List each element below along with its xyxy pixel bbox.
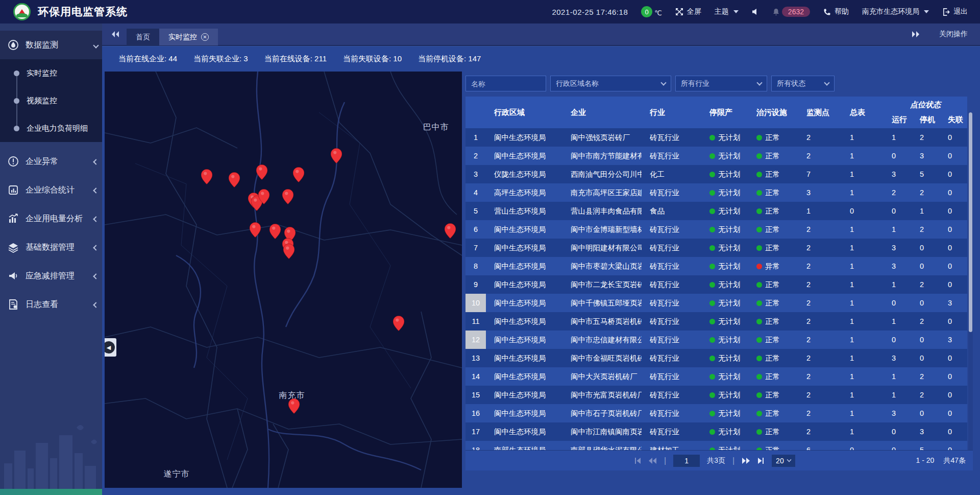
cell-running: 3 [884, 165, 912, 183]
next-page-button[interactable] [742, 457, 750, 464]
map-collapse-button[interactable]: ◀ [105, 338, 116, 357]
cell-facility-status: 正常 [748, 312, 798, 331]
table-row[interactable]: 11阆中生态环境局阆中市五马桥页岩机砖砖瓦行业无计划正常21120 [465, 312, 967, 331]
table-row[interactable]: 12阆中生态环境局阆中市忠信建材有限公砖瓦行业无计划正常21003 [465, 331, 967, 349]
cell-points: 3 [798, 183, 842, 202]
table-row[interactable]: 15阆中生态环境局阆中市光富页岩机砖厂砖瓦行业无计划正常21120 [465, 386, 967, 404]
table-row[interactable]: 4高坪生态环境局南充市高坪区王家店建砖瓦行业无计划正常31220 [465, 183, 967, 202]
table-scrollbar[interactable] [968, 112, 973, 470]
table-row[interactable]: 14阆中生态环境局阆中大兴页岩机砖厂砖瓦行业无计划正常21120 [465, 367, 967, 386]
cell-facility-status: 正常 [748, 349, 798, 367]
datetime: 2021-02-25 17:46:18 [552, 8, 628, 16]
map-pin-icon[interactable] [229, 172, 240, 187]
table-row[interactable]: 7阆中生态环境局阆中明阳建材有限公司砖瓦行业无计划正常21300 [465, 239, 967, 257]
cell-points: 2 [798, 422, 842, 441]
cell-points: 2 [798, 367, 842, 386]
filter-row: 行政区域名称 所有行业 所有状态 [465, 72, 973, 91]
cell-company: 南充市高坪区王家店建 [562, 183, 642, 202]
table-row[interactable]: 17阆中生态环境局阆中市江南镇阆南页岩砖瓦行业无计划正常21030 [465, 422, 967, 441]
status-dot-green [709, 374, 715, 380]
row-number: 12 [465, 331, 486, 349]
table-row[interactable]: 10阆中生态环境局阆中千佛镇五郎垭页岩砖瓦行业无计划正常21003 [465, 294, 967, 312]
notifications[interactable]: 2632 [772, 7, 810, 17]
page-size-select[interactable]: 20 [772, 455, 795, 467]
sidebar-item-视频监控[interactable]: 视频监控 [0, 87, 102, 114]
tab-实时监控[interactable]: 实时监控✕ [159, 29, 218, 45]
help-button[interactable]: 帮助 [823, 7, 849, 16]
table-row[interactable]: 6阆中生态环境局阆中市金博瑞新型墙材砖瓦行业无计划正常21120 [465, 220, 967, 239]
map-pin-icon[interactable] [393, 316, 404, 331]
map-pin-icon[interactable] [288, 398, 300, 414]
status-dot-green [709, 264, 715, 269]
sidebar-group-企业异常[interactable]: 企业异常 [0, 147, 102, 176]
map-pin-icon[interactable] [250, 222, 261, 238]
tab-首页[interactable]: 首页 [127, 29, 159, 45]
industry-filter-select[interactable]: 所有行业 [675, 76, 767, 91]
tab-close-icon[interactable]: ✕ [201, 33, 209, 41]
map-pin-icon[interactable] [331, 148, 342, 163]
scrollbar-thumb[interactable] [969, 112, 972, 332]
table-row[interactable]: 2阆中生态环境局阆中市南方节能建材有砖瓦行业无计划正常21030 [465, 147, 967, 165]
stat-当前停机设备: 当前停机设备: 147 [418, 54, 481, 64]
fullscreen-button[interactable]: 全屏 [675, 7, 701, 16]
map-panel[interactable]: 巴中市南充市遂宁市 ◀ [105, 72, 462, 488]
logout-button[interactable]: 退出 [942, 7, 968, 16]
table-row[interactable]: 16阆中生态环境局阆中市石子页岩机砖厂砖瓦行业无计划正常21300 [465, 404, 967, 422]
cell-stopped: 2 [912, 275, 940, 294]
cell-region: 仪陇生态环境局 [486, 165, 562, 183]
table-row[interactable]: 5营山生态环境局营山县润丰肉食品有限食品无计划正常10010 [465, 202, 967, 220]
map-pin-icon[interactable] [201, 169, 212, 184]
cell-offline: 0 [940, 275, 967, 294]
table-row[interactable]: 9阆中生态环境局阆中市二龙长宝页岩砖砖瓦行业无计划正常21120 [465, 275, 967, 294]
tab-scroll-left-button[interactable] [111, 31, 119, 38]
table-row[interactable]: 1阆中生态环境局阆中强锐页岩砖厂砖瓦行业无计划正常21120 [465, 128, 967, 147]
sidebar-item-企业电力负荷明细[interactable]: 企业电力负荷明细 [0, 114, 102, 142]
name-filter-field[interactable] [465, 76, 546, 91]
cell-stopped: 1 [912, 202, 940, 220]
cell-stopped: 3 [912, 422, 940, 441]
map-pin-icon[interactable] [282, 189, 293, 204]
map-city-label: 遂宁市 [164, 469, 190, 480]
table-row[interactable]: 13阆中生态环境局阆中市金福旺页岩机砖砖瓦行业无计划正常21300 [465, 349, 967, 367]
sidebar-group-基础数据管理[interactable]: 基础数据管理 [0, 233, 102, 262]
cell-running: 3 [884, 257, 912, 275]
table-row[interactable]: 8阆中生态环境局阆中市枣碧大梁山页岩砖瓦行业无计划异常21300 [465, 257, 967, 275]
map-pin-icon[interactable] [445, 223, 456, 239]
status-filter-select[interactable]: 所有状态 [771, 76, 835, 91]
double-chevron-right-icon[interactable] [912, 31, 920, 38]
close-operations-button[interactable]: 关闭操作 [939, 30, 968, 39]
sidebar-group-企业综合统计[interactable]: 企业综合统计 [0, 176, 102, 204]
tab-label: 首页 [136, 33, 150, 42]
mute-button[interactable] [752, 8, 759, 15]
sidebar-group-日志查看[interactable]: 日志查看 [0, 290, 102, 319]
page-number-input[interactable]: 1 [673, 455, 700, 467]
map-pin-icon[interactable] [283, 244, 295, 259]
org-menu-button[interactable]: 南充市生态环境局 [862, 7, 929, 16]
cell-company: 阆中市石子页岩机砖厂 [562, 404, 642, 422]
table-row[interactable]: 3仪陇生态环境局西南油气田分公司川中化工无计划正常71350 [465, 165, 967, 183]
prev-page-button[interactable] [648, 457, 657, 464]
sidebar-group-企业用电量分析[interactable]: 企业用电量分析 [0, 204, 102, 233]
sidebar-group-label: 应急减排管理 [26, 271, 75, 281]
sidebar-item-实时监控[interactable]: 实时监控 [0, 59, 102, 87]
table-row[interactable]: 18南部生态环境局南部县砌华水泥有限公建材加工无计划正常60050 [465, 441, 967, 451]
cell-limit-status: 无计划 [701, 165, 748, 183]
region-filter-select[interactable]: 行政区域名称 [550, 76, 671, 91]
name-filter-input[interactable] [471, 80, 541, 88]
cell-offline: 0 [940, 367, 967, 386]
cell-region: 阆中生态环境局 [486, 275, 562, 294]
map-pin-icon[interactable] [258, 189, 270, 204]
cell-points: 2 [798, 147, 842, 165]
sidebar-group-数据监测[interactable]: 数据监测 [0, 31, 102, 59]
first-page-button[interactable] [634, 457, 641, 464]
map-pin-icon[interactable] [293, 167, 304, 182]
sidebar-group-应急减排管理[interactable]: 应急减排管理 [0, 262, 102, 290]
last-page-button[interactable] [757, 457, 765, 464]
cell-company: 阆中市二龙长宝页岩砖 [562, 275, 642, 294]
map-pin-icon[interactable] [256, 164, 267, 180]
cell-industry: 砖瓦行业 [642, 183, 701, 202]
cell-industry: 砖瓦行业 [642, 147, 701, 165]
status-dot-green [756, 172, 762, 177]
theme-button[interactable]: 主题 [715, 7, 739, 16]
map-pin-icon[interactable] [270, 224, 281, 239]
